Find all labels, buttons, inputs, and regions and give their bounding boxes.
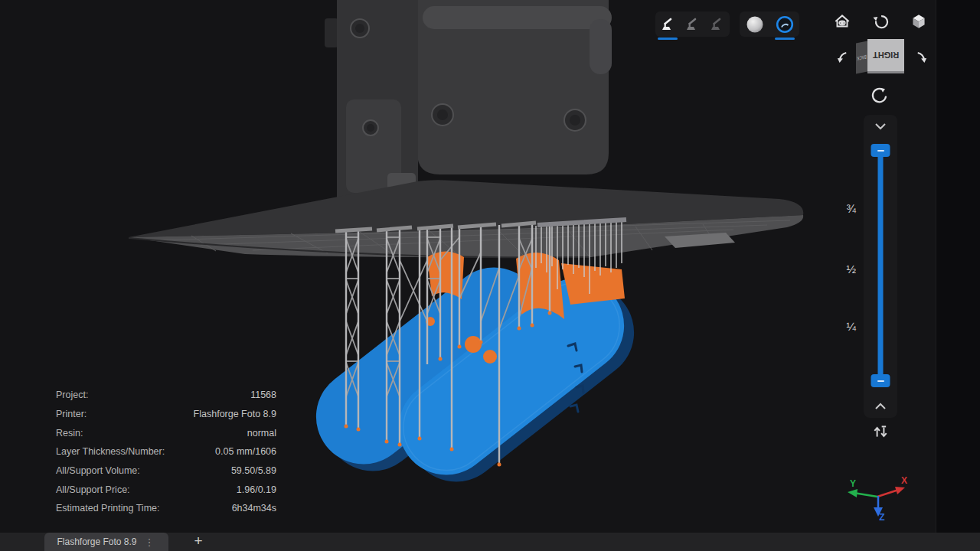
info-row-layer-thickness: Layer Thickness/Number: 0.05 mm/1606 bbox=[56, 442, 276, 461]
info-label: All/Support Price: bbox=[56, 484, 130, 495]
support-pillar-icon bbox=[708, 16, 725, 33]
slider-step-down-button[interactable] bbox=[872, 121, 889, 132]
slider-tick-quarter: ¼ bbox=[835, 320, 856, 333]
info-value: normal bbox=[247, 428, 276, 439]
undo-rotate-button[interactable] bbox=[870, 11, 891, 32]
info-row-resin: Resin: normal bbox=[56, 423, 276, 442]
info-label: Resin: bbox=[56, 428, 83, 439]
slider-step-up-button[interactable] bbox=[872, 401, 889, 412]
support-pillar-icon bbox=[684, 16, 701, 33]
slider-tick-half: ½ bbox=[835, 262, 856, 276]
view-cube-right-face[interactable]: RIGHT bbox=[867, 39, 904, 73]
swap-vertical-icon bbox=[872, 423, 889, 440]
layer-slider-handle-bottom[interactable] bbox=[871, 374, 890, 387]
glossy-render-button[interactable] bbox=[769, 11, 799, 37]
rotate-vertical-icon bbox=[871, 85, 890, 105]
axis-indicator: Y X Z bbox=[848, 475, 907, 523]
axis-x-label: X bbox=[901, 475, 907, 486]
layer-slider-panel bbox=[864, 115, 897, 418]
minus-glyph bbox=[877, 380, 884, 382]
info-label: Printer: bbox=[56, 409, 87, 419]
info-label: Layer Thickness/Number: bbox=[56, 446, 165, 457]
info-value: Flashforge Foto 8.9 bbox=[194, 409, 276, 419]
tab-menu-button[interactable]: ⋮ bbox=[143, 536, 156, 548]
rotate-left-button[interactable] bbox=[833, 47, 854, 69]
info-label: All/Support Volume: bbox=[56, 465, 140, 476]
rotate-right-icon bbox=[910, 48, 930, 68]
info-row-printer: Printer: Flashforge Foto 8.9 bbox=[56, 405, 276, 424]
active-underline bbox=[658, 37, 678, 40]
document-tab-bar: Flashforge Foto 8.9 ⋮ + bbox=[0, 533, 980, 551]
rotate-right-button[interactable] bbox=[910, 47, 931, 69]
active-underline bbox=[775, 37, 795, 40]
home-view-icon bbox=[832, 11, 852, 31]
chevron-down-icon bbox=[872, 121, 889, 132]
iso-cube-icon bbox=[909, 11, 929, 31]
slider-tick-three-quarters: ¾ bbox=[835, 202, 856, 215]
swap-vertical-button[interactable] bbox=[871, 422, 890, 442]
info-row-price: All/Support Price: 1.96/0.19 bbox=[56, 480, 276, 499]
matte-render-button[interactable] bbox=[740, 11, 769, 37]
rotate-left-icon bbox=[834, 48, 854, 68]
info-value: 0.05 mm/1606 bbox=[215, 446, 276, 457]
info-row-project: Project: 11568 bbox=[56, 386, 276, 405]
support-view-button-1[interactable] bbox=[655, 11, 680, 37]
iso-view-button[interactable] bbox=[908, 11, 929, 32]
info-row-time: Estimated Printing Time: 6h34m34s bbox=[56, 499, 276, 518]
axis-z-label: Z bbox=[879, 512, 884, 523]
view-cube-back-face[interactable]: BACK bbox=[856, 41, 867, 73]
chevron-up-icon bbox=[872, 401, 889, 412]
layer-range-track[interactable] bbox=[878, 150, 884, 381]
glossy-sphere-icon bbox=[776, 15, 794, 34]
print-info-panel: Project: 11568 Printer: Flashforge Foto … bbox=[56, 386, 276, 518]
info-value: 6h34m34s bbox=[232, 503, 276, 514]
info-value: 59.50/5.89 bbox=[231, 465, 276, 476]
view-cube[interactable]: BACK RIGHT bbox=[856, 38, 905, 77]
matte-sphere-icon bbox=[746, 15, 764, 34]
view-cube-side-label: BACK bbox=[857, 54, 866, 61]
info-label: Project: bbox=[56, 390, 88, 400]
info-value: 1.96/0.19 bbox=[237, 484, 276, 495]
axis-y-label: Y bbox=[850, 478, 856, 489]
add-tab-button[interactable]: + bbox=[187, 533, 210, 551]
support-pillar-icon bbox=[659, 16, 676, 33]
info-value: 11568 bbox=[250, 390, 276, 400]
support-view-button-2[interactable] bbox=[680, 11, 704, 37]
layer-slider-handle-top[interactable] bbox=[871, 144, 890, 157]
info-label: Estimated Printing Time: bbox=[56, 503, 159, 514]
minus-glyph bbox=[877, 150, 884, 152]
info-row-volume: All/Support Volume: 59.50/5.89 bbox=[56, 461, 276, 481]
render-mode-group bbox=[740, 11, 799, 37]
support-view-button-3[interactable] bbox=[704, 11, 729, 37]
undo-rotate-icon bbox=[871, 11, 890, 31]
support-view-group bbox=[655, 11, 730, 37]
rotate-vertical-button[interactable] bbox=[870, 84, 891, 106]
build-plate bbox=[129, 180, 803, 257]
view-cube-front-label: RIGHT bbox=[873, 51, 899, 60]
home-view-button[interactable] bbox=[831, 11, 853, 32]
document-tab-label: Flashforge Foto 8.9 bbox=[57, 536, 136, 547]
document-tab[interactable]: Flashforge Foto 8.9 ⋮ bbox=[44, 533, 168, 551]
app-window: Y X Z bbox=[0, 0, 980, 551]
